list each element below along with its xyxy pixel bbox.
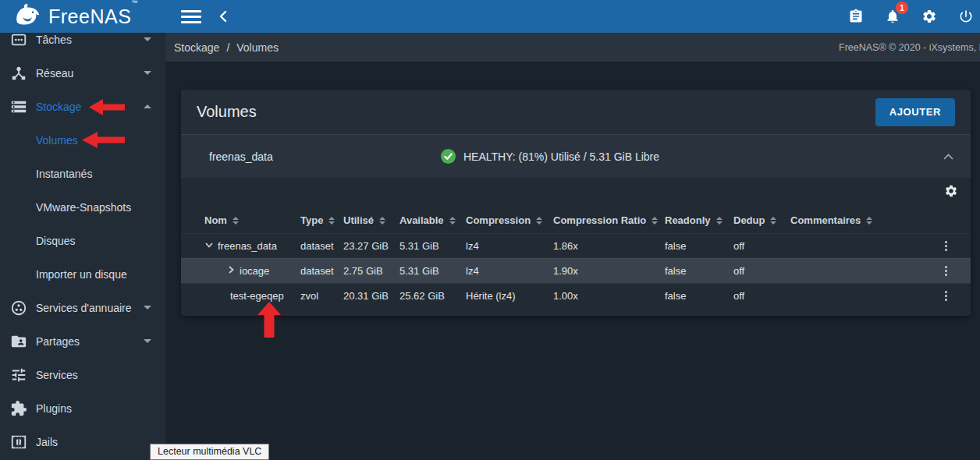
expand-chevron-down-icon[interactable]	[204, 240, 214, 252]
shares-icon	[9, 332, 28, 351]
row-menu-icon[interactable]	[936, 291, 955, 301]
menu-toggle-icon[interactable]	[181, 9, 201, 24]
sort-icon	[770, 217, 776, 225]
column-header-nom[interactable]: Nom	[204, 214, 300, 226]
sidebar-item-label: Plugins	[36, 402, 72, 415]
cell-used: 2.75 GiB	[343, 265, 399, 277]
column-header-commentaires[interactable]: Commentaires	[790, 214, 936, 226]
breadcrumb-volumes[interactable]: Volumes	[236, 41, 279, 54]
cell-available: 5.31 GiB	[399, 265, 466, 277]
sidebar-item-disques[interactable]: Disques	[0, 224, 165, 257]
column-header-readonly[interactable]: Readonly	[665, 214, 733, 226]
services-icon	[9, 366, 28, 384]
breadcrumb-separator: /	[226, 41, 229, 54]
expand-chevron-right-icon[interactable]	[226, 265, 236, 277]
add-button[interactable]: AJOUTER	[875, 98, 955, 126]
pool-status-text: HEALTHY: (81%) Utilisé / 5.31 GiB Libre	[463, 150, 659, 163]
cell-compression: lz4	[466, 240, 553, 252]
cell-type: zvol	[300, 290, 343, 302]
red-arrow-volumes	[82, 129, 125, 154]
sidebar-item-label: Services	[36, 369, 78, 381]
table-settings-gear-icon[interactable]	[944, 184, 958, 201]
row-menu-icon[interactable]	[936, 266, 955, 276]
column-header-compression[interactable]: Compression	[466, 214, 553, 226]
datasets-table: Nom Type Utilisé Available Compression C…	[181, 178, 971, 316]
power-icon[interactable]	[957, 7, 975, 26]
sidebar-item-vmware-snapshots[interactable]: VMware-Snapshots	[0, 190, 165, 224]
sidebar-item-plugins[interactable]: Plugins	[0, 391, 165, 425]
sidebar-item-partages[interactable]: Partages	[0, 324, 165, 358]
sidebar-item-label: Tâches	[36, 34, 72, 46]
table-row-freenas-data[interactable]: freenas_data dataset 23.27 GiB 5.31 GiB …	[181, 233, 971, 258]
cell-used: 23.27 GiB	[343, 240, 399, 252]
pool-header-row[interactable]: freenas_data HEALTHY: (81%) Utilisé / 5.…	[181, 135, 971, 178]
chevron-up-icon	[144, 104, 151, 108]
sort-icon	[328, 217, 335, 225]
sidebar-item-label: Stockage	[36, 101, 81, 113]
notification-badge[interactable]: 1	[896, 2, 908, 14]
sidebar-item-taches[interactable]: Tâches	[0, 33, 165, 56]
back-chevron-icon[interactable]	[218, 10, 227, 23]
sort-icon	[449, 217, 456, 225]
column-header-available[interactable]: Available	[399, 214, 466, 226]
notifications-bell-icon[interactable]: 1	[883, 7, 902, 26]
cell-readonly: false	[665, 240, 733, 252]
column-header-utilise[interactable]: Utilisé	[343, 214, 399, 226]
sort-icon	[652, 217, 658, 225]
dataset-name: iocage	[240, 265, 269, 277]
cell-readonly: false	[665, 290, 733, 302]
sidebar-item-services[interactable]: Services	[0, 358, 165, 391]
row-menu-icon[interactable]	[936, 241, 955, 251]
chevron-down-icon	[144, 339, 151, 343]
tasks-clipboard-icon[interactable]	[847, 7, 865, 26]
chevron-down-icon	[144, 37, 151, 41]
cell-used: 20.31 GiB	[343, 290, 399, 302]
pool-name: freenas_data	[181, 150, 273, 163]
breadcrumb-stockage[interactable]: Stockage	[174, 41, 219, 54]
sidebar-item-importer-un-disque[interactable]: Importer un disque	[0, 257, 165, 291]
sort-icon	[866, 217, 872, 225]
table-header-row: Nom Type Utilisé Available Compression C…	[181, 207, 971, 233]
plugins-icon	[9, 399, 28, 418]
sidebar-item-label: Partages	[36, 335, 80, 348]
breadcrumb: Stockage / Volumes FreeNAS® © 2020 - iXs…	[165, 33, 980, 62]
column-header-type[interactable]: Type	[300, 214, 343, 226]
cell-dedup: off	[733, 265, 790, 277]
table-row-iocage[interactable]: iocage dataset 2.75 GiB 5.31 GiB lz4 1.9…	[181, 258, 971, 283]
page-title: Volumes	[181, 103, 257, 121]
column-header-compression-ratio[interactable]: Compression Ratio	[553, 214, 665, 226]
sidebar-item-label: Services d'annuaire	[36, 302, 132, 314]
jails-icon	[9, 433, 28, 451]
sort-icon	[716, 217, 723, 225]
sidebar-item-instantanes[interactable]: Instantanés	[0, 157, 165, 190]
sidebar-item-reseau[interactable]: Réseau	[0, 56, 165, 90]
storage-icon	[9, 97, 28, 116]
vlc-taskbar-tooltip: Lecteur multimédia VLC	[150, 444, 269, 460]
cell-available: 5.31 GiB	[399, 240, 466, 252]
pool-health-status: HEALTHY: (81%) Utilisé / 5.31 GiB Libre	[441, 135, 659, 178]
chevron-down-icon	[144, 306, 151, 310]
collapse-chevron-icon[interactable]	[943, 154, 953, 160]
sort-icon	[379, 217, 385, 225]
sidebar-nav: Tâches Réseau Stockage Volumes Instantan…	[0, 33, 165, 460]
sidebar-item-label: Importer un disque	[36, 268, 127, 281]
dataset-name: test-egeqep	[230, 290, 284, 302]
tasks-icon	[9, 33, 28, 49]
sidebar-item-jails[interactable]: Jails	[0, 425, 165, 458]
freenas-logo[interactable]: FreeNAS™	[0, 0, 165, 33]
settings-gear-icon[interactable]	[920, 7, 939, 26]
volumes-card: Volumes AJOUTER freenas_data HEALTHY: (8…	[181, 90, 971, 316]
sort-icon	[233, 217, 239, 225]
sidebar-item-stockage[interactable]: Stockage	[0, 90, 165, 123]
brand-text: FreeNAS™	[48, 5, 138, 28]
dataset-name: freenas_data	[218, 240, 277, 252]
healthy-check-icon	[441, 149, 456, 164]
sidebar-item-label: Jails	[36, 436, 58, 448]
sidebar-item-services-annuaire[interactable]: Services d'annuaire	[0, 291, 165, 324]
column-header-dedup[interactable]: Dedup	[733, 214, 790, 226]
cell-ratio: 1.86x	[553, 240, 665, 252]
sidebar-item-label: Disques	[36, 235, 76, 247]
cell-ratio: 1.90x	[553, 265, 665, 277]
table-row-test-egeqep[interactable]: test-egeqep zvol 20.31 GiB 25.62 GiB Hér…	[181, 283, 971, 308]
shark-logo-icon	[12, 3, 42, 30]
